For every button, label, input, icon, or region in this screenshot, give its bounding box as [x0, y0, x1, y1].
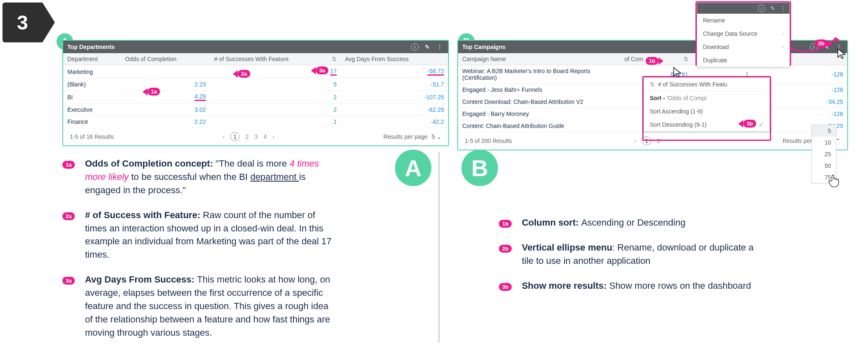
sort-icon[interactable]: ⇅: [332, 56, 337, 62]
kebab-icon[interactable]: ⋮: [780, 5, 786, 12]
col-odds[interactable]: Odds of Completion: [121, 53, 210, 65]
sort-icon: ⇅: [650, 81, 655, 88]
chevron-down-icon: ⌄: [436, 133, 441, 140]
rp-opt-10[interactable]: 10: [812, 137, 836, 148]
explain-2b: Vertical ellipse menu: Rename, download …: [522, 241, 765, 268]
rp-opt-5[interactable]: 5: [812, 125, 836, 137]
tile-footer: 1-5 of 16 Results ‹ 1 2 3 4 › Results pe…: [63, 128, 448, 145]
rp-opt-25[interactable]: 25: [812, 148, 836, 160]
explain-3a: Avg Days From Success: This metric looks…: [85, 273, 337, 339]
table-row: (Blank)2.235-51.7: [63, 79, 448, 91]
col-department[interactable]: Department: [63, 53, 121, 65]
pin-1b: 1b: [646, 57, 658, 65]
pin-1b-body: 1b: [499, 220, 512, 228]
pager: ‹ 1 2 3 4 ›: [223, 132, 275, 141]
step-number: 3: [17, 11, 28, 34]
page-prev[interactable]: ‹: [223, 133, 225, 140]
page-1[interactable]: 1: [230, 132, 239, 141]
rp-value[interactable]: 5 ⌄: [432, 133, 441, 140]
sort-header-row: ⇅# of Successes With Featu: [644, 78, 769, 91]
menu-duplicate[interactable]: Duplicate: [697, 54, 789, 67]
pin-2b-body: 2b: [499, 245, 512, 253]
menu-change-ds[interactable]: Change Data Source›: [697, 27, 789, 40]
tile-header: Top Departments i ✎ ⋮: [63, 41, 448, 53]
pin-2a-body: 2a: [62, 212, 75, 220]
info-icon[interactable]: i: [411, 43, 419, 51]
col-successes[interactable]: # of Successes With Feature⇅: [210, 53, 341, 65]
table-row: Finance2.221-42.2: [63, 116, 448, 128]
sort-ascending[interactable]: Sort Ascending (1-9): [644, 105, 769, 118]
sort-title: Sort - 'Odds of Compl: [644, 91, 769, 105]
edit-icon[interactable]: ✎: [423, 43, 432, 51]
result-range: 1-5 of 200 Results: [465, 138, 512, 144]
col-avgdays[interactable]: Avg Days From Success: [341, 53, 448, 65]
page-next[interactable]: ›: [273, 133, 275, 140]
tile-title: Top Departments: [67, 44, 115, 50]
explain-col-a: 1a Odds of Completion concept: "The deal…: [62, 157, 337, 351]
menu-download[interactable]: Download›: [697, 40, 789, 54]
table-row: Executive3.022-62.29: [63, 104, 448, 116]
explain-col-b: 1b Column sort: Ascending or Descending …: [499, 216, 765, 304]
page-prev[interactable]: ‹: [634, 138, 636, 144]
result-range: 1-5 of 16 Results: [70, 133, 114, 140]
pin-3b-body: 3b: [499, 283, 512, 291]
tile-top-departments: Top Departments i ✎ ⋮ Department Odds of…: [62, 40, 449, 146]
sort-icon[interactable]: ⇅: [683, 56, 688, 62]
ellipse-context-menu: i ✎ ⋮ Rename Change Data Source› Downloa…: [697, 2, 790, 67]
pin-2a: 2a: [238, 70, 250, 78]
table-row: BI4.292-107.25: [63, 91, 448, 104]
step-indicator: 3: [2, 2, 42, 42]
explain-3b: Show more results: Show more rows on the…: [522, 279, 751, 293]
edit-icon[interactable]: ✎: [770, 5, 775, 12]
page-2[interactable]: 2: [245, 133, 249, 140]
chevron-right-icon: ›: [782, 44, 784, 50]
pin-1a-body: 1a: [62, 161, 75, 169]
departments-table: Department Odds of Completion # of Succe…: [63, 53, 448, 128]
rp-opt-50[interactable]: 50: [812, 160, 836, 172]
kebab-icon[interactable]: ⋮: [436, 43, 444, 51]
chevron-right-icon: ›: [782, 31, 784, 37]
page-3[interactable]: 3: [254, 133, 258, 140]
divider-line: [439, 152, 439, 343]
explain-2a: # of Success with Feature: Raw count of …: [85, 209, 337, 262]
cursor-arrow-icon: [672, 66, 684, 78]
explain-1b: Column sort: Ascending or Descending: [522, 216, 686, 229]
cursor-arrow-icon: [836, 48, 848, 59]
info-icon[interactable]: i: [758, 5, 765, 12]
cursor-hand-icon: [828, 174, 841, 188]
badge-b-large: B: [461, 150, 498, 186]
badge-a-large: A: [395, 150, 432, 186]
pin-1a: 1a: [148, 88, 160, 96]
rp-label: Results per page: [383, 133, 427, 140]
col-campaign[interactable]: Campaign Name: [458, 53, 620, 65]
tile-title: Top Campaigns: [462, 44, 506, 50]
explain-1a: Odds of Completion concept: "The deal is…: [85, 157, 337, 197]
page-4[interactable]: 4: [264, 133, 267, 140]
table-row: Marketing17-58.72: [63, 65, 448, 79]
pin-3a: 3a: [316, 66, 328, 74]
pin-3a-body: 3a: [62, 277, 75, 285]
pin-3b-dropdown: 3b: [743, 120, 756, 128]
pin-2b-menu: 2b: [815, 39, 828, 47]
menu-rename[interactable]: Rename: [697, 14, 789, 27]
